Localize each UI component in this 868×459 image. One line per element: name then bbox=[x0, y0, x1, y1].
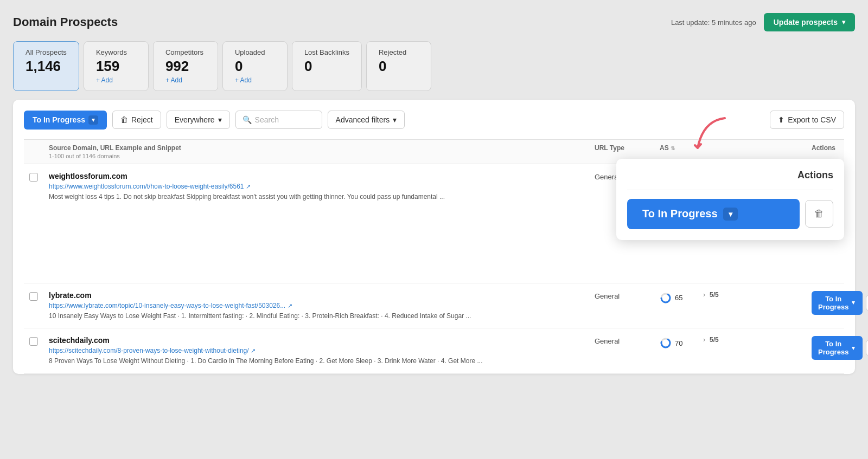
tab-lost-backlinks[interactable]: Lost Backlinks 0 bbox=[292, 41, 362, 91]
url-type-3: General bbox=[595, 336, 660, 345]
upload-icon: ⬆ bbox=[778, 115, 784, 124]
chevron-down-icon: ▾ bbox=[851, 345, 856, 352]
as-col-2: 65 bbox=[660, 291, 703, 304]
actions-col-3: To In Progress ▾ 🗑 bbox=[812, 336, 839, 360]
chevron-down-icon: ▾ bbox=[842, 18, 845, 26]
sub-items-3: › 5/5 bbox=[703, 336, 812, 344]
sub-items-2: › 5/5 bbox=[703, 291, 812, 299]
chevron-down-icon: ▾ bbox=[88, 115, 98, 125]
external-link-icon: ↗ bbox=[246, 183, 251, 190]
domain-url-1: https://www.weightlossforum.com/t/how-to… bbox=[49, 183, 595, 190]
chevron-down-icon: ▾ bbox=[218, 115, 222, 124]
reject-button[interactable]: 🗑 Reject bbox=[112, 111, 161, 129]
as-donut-2 bbox=[660, 292, 672, 304]
col-header-as: AS ⇅ bbox=[660, 144, 703, 159]
tab-count-all: 1,146 bbox=[25, 59, 67, 74]
trash-icon: 🗑 bbox=[814, 208, 824, 219]
tab-count-keywords: 159 bbox=[96, 59, 136, 74]
domain-name-1: weightlossforum.com bbox=[49, 172, 595, 180]
row-delete-button-2[interactable]: 🗑 bbox=[866, 295, 868, 311]
tab-add-keywords[interactable]: + Add bbox=[96, 76, 136, 84]
popup-overlay: Actions To In Progress ▾ 🗑 bbox=[616, 159, 844, 240]
tab-count-uploaded: 0 bbox=[235, 59, 275, 74]
actions-col-2: To In Progress ▾ 🗑 bbox=[812, 291, 839, 315]
page-title: Domain Prospects bbox=[13, 15, 118, 29]
trash-icon: 🗑 bbox=[120, 115, 128, 124]
tab-count-lost: 0 bbox=[304, 59, 349, 74]
tab-label-rejected: Rejected bbox=[379, 48, 419, 56]
tab-label-uploaded: Uploaded bbox=[235, 48, 275, 56]
popup-btn-row: To In Progress ▾ 🗑 bbox=[627, 199, 833, 229]
domain-name-2: lybrate.com bbox=[49, 291, 595, 300]
col-header-source: Source Domain, URL Example and Snippet bbox=[49, 144, 595, 152]
as-score-3: 70 bbox=[675, 339, 682, 347]
chevron-down-icon: ▾ bbox=[723, 208, 738, 221]
col-header-actions: Actions bbox=[812, 144, 839, 159]
tab-keywords[interactable]: Keywords 159 + Add bbox=[84, 41, 149, 91]
header-right: Last update: 5 minutes ago Update prospe… bbox=[671, 13, 855, 31]
as-col-3: 70 bbox=[660, 336, 703, 349]
table-row: lybrate.com https://www.lybrate.com/topi… bbox=[24, 283, 844, 329]
table-row: scitechdaily.com https://scitechdaily.co… bbox=[24, 328, 844, 374]
domain-snippet-2: 10 Insanely Easy Ways to Lose Weight Fas… bbox=[49, 312, 595, 321]
tab-label-lost: Lost Backlinks bbox=[304, 48, 349, 56]
domain-name-3: scitechdaily.com bbox=[49, 336, 595, 345]
tab-count-rejected: 0 bbox=[379, 59, 419, 74]
row-to-in-progress-button-2[interactable]: To In Progress ▾ bbox=[812, 291, 863, 315]
url-type-2: General bbox=[595, 291, 660, 300]
search-box[interactable]: 🔍 Search bbox=[235, 111, 322, 129]
update-prospects-button[interactable]: Update prospects ▾ bbox=[764, 13, 855, 31]
tab-all-prospects[interactable]: All Prospects 1,146 bbox=[13, 41, 79, 91]
domain-count-label: 1-100 out of 1146 domains bbox=[49, 153, 595, 159]
page-header: Domain Prospects Last update: 5 minutes … bbox=[13, 13, 855, 31]
tab-add-uploaded[interactable]: + Add bbox=[235, 76, 275, 84]
tab-competitors[interactable]: Competitors 992 + Add bbox=[153, 41, 218, 91]
chevron-down-icon: ▾ bbox=[851, 299, 856, 306]
export-csv-button[interactable]: ⬆ Export to CSV bbox=[770, 111, 844, 129]
row-checkbox-3[interactable] bbox=[29, 337, 38, 346]
popup-actions-label: Actions bbox=[797, 170, 833, 181]
tab-add-competitors[interactable]: + Add bbox=[165, 76, 206, 84]
tab-rejected[interactable]: Rejected 0 bbox=[366, 41, 431, 91]
row-checkbox-1[interactable] bbox=[29, 173, 38, 182]
row-delete-button-3[interactable]: 🗑 bbox=[866, 340, 868, 356]
domain-url-2: https://www.lybrate.com/topic/10-insanel… bbox=[49, 302, 595, 309]
tab-label-keywords: Keywords bbox=[96, 48, 136, 56]
as-score-2: 65 bbox=[675, 294, 682, 302]
expand-icon[interactable]: › bbox=[703, 291, 705, 299]
popup-to-in-progress-button[interactable]: To In Progress ▾ bbox=[627, 199, 800, 229]
everywhere-dropdown[interactable]: Everywhere ▾ bbox=[167, 111, 230, 129]
search-icon: 🔍 bbox=[242, 115, 252, 124]
domain-snippet-1: Most weight loss 4 tips 1. Do not skip b… bbox=[49, 192, 595, 202]
last-update-label: Last update: 5 minutes ago bbox=[671, 18, 756, 27]
tab-label-all: All Prospects bbox=[25, 48, 67, 56]
tab-count-competitors: 992 bbox=[165, 59, 206, 74]
as-donut-3 bbox=[660, 337, 672, 349]
col-header-url-type: URL Type bbox=[595, 144, 660, 159]
tab-label-competitors: Competitors bbox=[165, 48, 206, 56]
external-link-icon: ↗ bbox=[251, 347, 256, 354]
advanced-filters-button[interactable]: Advanced filters ▾ bbox=[328, 111, 405, 129]
chevron-down-icon: ▾ bbox=[393, 115, 397, 124]
external-link-icon: ↗ bbox=[288, 302, 292, 309]
to-in-progress-button[interactable]: To In Progress ▾ bbox=[24, 111, 107, 130]
domain-url-3: https://scitechdaily.com/8-proven-ways-t… bbox=[49, 347, 595, 354]
tabs-row: All Prospects 1,146 Keywords 159 + Add C… bbox=[13, 41, 855, 91]
popup-divider bbox=[627, 190, 833, 190]
tab-uploaded[interactable]: Uploaded 0 + Add bbox=[222, 41, 288, 91]
popup-delete-button[interactable]: 🗑 bbox=[805, 200, 833, 228]
domain-snippet-3: 8 Proven Ways To Lose Weight Without Die… bbox=[49, 357, 595, 366]
toolbar: To In Progress ▾ 🗑 Reject Everywhere ▾ 🔍… bbox=[24, 111, 844, 130]
filter-icon: ⇅ bbox=[671, 145, 675, 151]
row-to-in-progress-button-3[interactable]: To In Progress ▾ bbox=[812, 336, 863, 360]
main-panel: To In Progress ▾ 🗑 Reject Everywhere ▾ 🔍… bbox=[13, 100, 855, 374]
expand-icon[interactable]: › bbox=[703, 336, 705, 344]
row-checkbox-2[interactable] bbox=[29, 292, 38, 301]
table-row: weightlossforum.com https://www.weightlo… bbox=[24, 164, 844, 283]
